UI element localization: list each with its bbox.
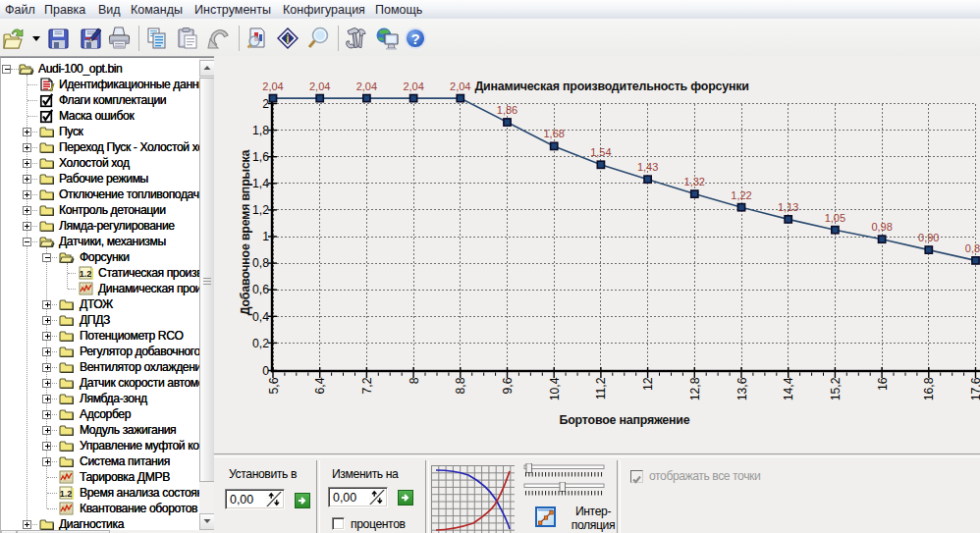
svg-text:10,4: 10,4 (548, 377, 562, 400)
svg-text:0: 0 (262, 364, 269, 378)
svg-text:11,2: 11,2 (594, 377, 608, 400)
svg-text:Динамическая производительност: Динамическая производительность форсунки (474, 80, 748, 93)
svg-text:Добавочное время впрыска: Добавочное время впрыска (239, 149, 252, 315)
svg-text:12,8: 12,8 (688, 377, 702, 400)
svg-text:14,4: 14,4 (782, 377, 795, 400)
svg-text:0,6: 0,6 (252, 283, 269, 296)
svg-text:1,68: 1,68 (543, 128, 564, 139)
svg-text:1,32: 1,32 (684, 176, 705, 187)
svg-text:15,2: 15,2 (829, 377, 843, 400)
svg-text:1,22: 1,22 (731, 189, 751, 201)
svg-text:Бортовое напряжение: Бортовое напряжение (560, 413, 690, 427)
svg-text:1.2: 1.2 (79, 269, 91, 279)
svg-text:0,2: 0,2 (252, 337, 269, 350)
svg-text:0,90: 0,90 (918, 232, 939, 243)
svg-text:0,4: 0,4 (252, 310, 269, 324)
svg-text:1,8: 1,8 (252, 124, 269, 137)
svg-text:1: 1 (262, 230, 269, 243)
svg-text:6,4: 6,4 (313, 377, 327, 394)
svg-text:16: 16 (876, 377, 890, 391)
svg-text:2,04: 2,04 (309, 80, 330, 92)
svg-text:0,8: 0,8 (252, 256, 269, 270)
svg-text:8: 8 (408, 377, 421, 384)
svg-text:17,6: 17,6 (969, 377, 980, 400)
svg-text:5,6: 5,6 (267, 377, 281, 394)
svg-text:0,82: 0,82 (965, 242, 980, 254)
svg-text:1,4: 1,4 (252, 177, 269, 190)
svg-text:2,04: 2,04 (262, 80, 283, 92)
svg-text:2,04: 2,04 (356, 80, 377, 92)
svg-text:16,8: 16,8 (922, 377, 936, 400)
svg-text:8,8: 8,8 (454, 377, 467, 394)
svg-text:12: 12 (641, 377, 655, 391)
svg-text:?: ? (410, 30, 419, 47)
svg-text:1,54: 1,54 (590, 146, 611, 158)
svg-text:1,43: 1,43 (637, 161, 658, 173)
svg-text:1,05: 1,05 (825, 212, 845, 224)
svg-text:1.2: 1.2 (59, 489, 72, 499)
svg-text:13,6: 13,6 (735, 377, 749, 400)
svg-text:2: 2 (262, 97, 269, 111)
svg-text:1,6: 1,6 (252, 150, 269, 164)
svg-text:i: i (286, 32, 289, 46)
svg-text:2,04: 2,04 (403, 80, 423, 92)
svg-text:2,04: 2,04 (450, 80, 470, 92)
svg-text:9,6: 9,6 (501, 377, 515, 394)
svg-text:7,2: 7,2 (360, 377, 374, 394)
svg-text:0,98: 0,98 (871, 221, 892, 233)
svg-text:1,2: 1,2 (252, 203, 269, 217)
svg-text:1,13: 1,13 (778, 201, 798, 213)
svg-text:1,86: 1,86 (497, 104, 517, 116)
